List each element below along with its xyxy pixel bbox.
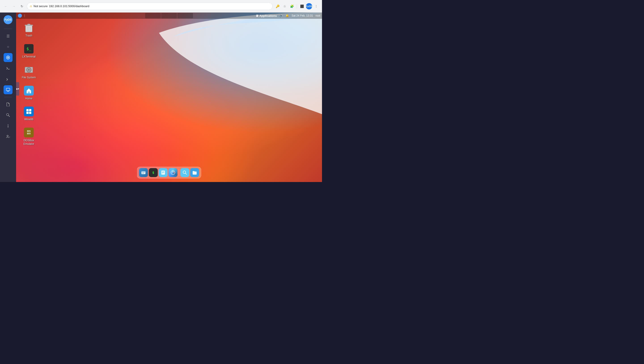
home-label: Home [25,97,32,101]
sidebar-item-hamburger[interactable]: ☰ [4,32,12,41]
url-text: 192.168.0.101:5000/dashboard [49,5,90,8]
svg-rect-28 [142,171,146,172]
panel-taskbar [145,13,193,19]
panel-datetime: Sat 24 Feb, 13:31 [292,14,313,17]
extension-button[interactable]: 🧩 [289,3,295,10]
main-layout: FyOS ☰ ○ [0,13,322,182]
side-panel-toggle[interactable]: ▶ [16,82,19,96]
sidebar-divider-1 [4,29,12,29]
wine-icon-box [24,107,34,116]
forward-button[interactable]: → [11,3,17,10]
svg-point-24 [28,70,29,70]
dosbox-text-line1: DOS [27,130,31,132]
desktop-icon-trash[interactable]: Trash [19,21,39,39]
taskbar-icon-safari[interactable] [168,168,178,177]
dosbox-icon-box: DOS BOX [24,128,34,137]
sidebar-logo[interactable]: FyOS [4,15,12,24]
password-button[interactable]: 🔑 [274,3,281,10]
sidebar-item-file[interactable] [4,100,12,109]
windows-square-4 [29,112,31,114]
trash-icon-image [24,22,34,33]
desktop-icon-dosbox[interactable]: DOS BOX DOSBox Emulator [19,125,39,147]
sidebar-item-terminal2[interactable] [4,75,12,84]
trash-icon-svg [24,23,34,33]
dosbox-icon-text: DOS BOX [27,130,31,135]
panel-taskbar-btn-3[interactable] [177,13,193,18]
bottom-taskbar: $ [137,167,201,178]
panel-taskbar-btn-2[interactable] [161,13,177,18]
menu-button[interactable]: ⋮ [313,3,319,10]
svg-rect-18 [28,24,30,25]
windows-grid [26,109,31,114]
toggle-arrow: ▶ [16,88,18,90]
lxterminal-label: LXTerminal [22,55,36,59]
desktop-wave [77,13,322,114]
filesystem-label: File System [22,76,36,79]
dosbox-icon-image: DOS BOX [24,127,34,138]
back-button[interactable]: ← [3,3,9,10]
svg-rect-26 [28,92,30,93]
sidebar-item-desktop[interactable] [4,85,12,94]
desktop-icon-wine86[interactable]: Wine86 [19,104,39,123]
top-panel: ⋮ 🖥 Applications 🔊 🔔 Sat 24 Feb, 13:31 r… [16,13,322,19]
svg-rect-31 [162,170,165,174]
desktop-icons: Trash $_ LXTerminal [19,21,39,150]
desktop-icon-filesystem[interactable]: File System [19,62,39,81]
profile-button[interactable]: FyOS [306,3,312,10]
security-warning-icon: ⚠ [30,5,32,8]
panel-taskbar-btn-1[interactable] [145,13,161,18]
filesystem-icon-svg [24,65,34,75]
svg-point-38 [183,171,186,173]
home-icon-image [24,85,34,96]
panel-left: ⋮ [18,14,26,18]
sidebar-item-terminal[interactable] [4,64,12,73]
desktop-background [16,13,322,182]
taskbar-icon-folder[interactable] [190,168,199,177]
wine86-icon-image [24,106,34,117]
svg-line-6 [8,115,10,117]
taskbar-icon-notes[interactable] [159,168,168,177]
taskbar-icon-files[interactable] [139,168,148,177]
desktop-container: ⋮ 🖥 Applications 🔊 🔔 Sat 24 Feb, 13:31 r… [16,13,322,182]
panel-logo [18,14,22,18]
taskbar-terminal-text: $ [152,171,154,174]
terminal-icon-box: $_ [24,44,34,54]
applications-menu[interactable]: 🖥 Applications [256,14,277,18]
panel-right: 🖥 Applications 🔊 🔔 Sat 24 Feb, 13:31 roo… [256,14,320,18]
svg-point-1 [8,57,9,58]
svg-line-39 [186,173,187,174]
browser-chrome: ← → ↻ ⚠ Not secure 192.168.0.101:5000/da… [0,0,322,13]
sidebar-divider-2 [4,97,12,97]
refresh-button[interactable]: ↻ [19,3,25,10]
split-view-button[interactable]: ⬛ [299,3,305,10]
sidebar-item-active[interactable] [4,53,12,62]
taskbar-icon-search[interactable] [180,168,190,177]
address-bar[interactable]: ⚠ Not secure 192.168.0.101:5000/dashboar… [27,3,272,10]
bookmark-button[interactable]: ☆ [282,3,288,10]
svg-point-11 [19,15,21,17]
sidebar-item-circle[interactable]: ○ [4,42,12,51]
windows-square-2 [29,109,31,111]
svg-rect-25 [31,68,32,69]
desktop-icon-home[interactable]: Home [19,84,39,102]
dosbox-label-line2: Emulator [24,142,34,146]
sidebar-item-user-remove[interactable] [4,132,12,141]
taskbar-icon-terminal[interactable]: $ [149,168,158,177]
sidebar-item-info[interactable] [4,121,12,130]
trash-label: Trash [26,34,32,38]
sidebar-item-tools[interactable] [4,111,12,120]
panel-speaker-icon: 🔊 [280,14,283,17]
panel-bell-icon: 🔔 [286,14,289,17]
dosbox-text-line2: BOX [27,132,31,135]
svg-point-9 [7,135,8,136]
toolbar-divider [297,4,297,9]
dosbox-label-line1: DOSBox [24,139,34,142]
panel-user: root [316,14,320,17]
svg-rect-3 [6,88,10,91]
panel-dots: ⋮ [23,14,26,17]
svg-point-7 [8,124,8,125]
left-sidebar: FyOS ☰ ○ [0,13,16,182]
applications-label: Applications [260,14,277,18]
lxterminal-icon-image: $_ [24,43,34,54]
desktop-icon-lxterminal[interactable]: $_ LXTerminal [19,42,39,60]
